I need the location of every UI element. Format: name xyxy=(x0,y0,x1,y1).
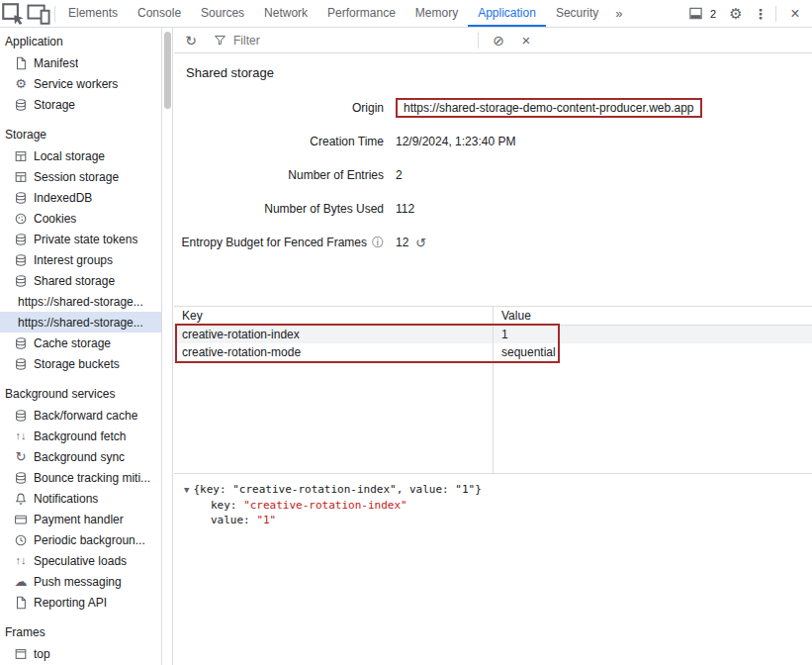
sidebar-scrollbar[interactable] xyxy=(161,28,173,665)
document-icon xyxy=(13,596,29,610)
object-property: key: "creative-rotation-index" xyxy=(184,498,812,513)
sidebar-item-notifications[interactable]: Notifications xyxy=(0,488,161,509)
field-entropy-budget: Entropy Budget for Fenced Frames ⓘ 12 ↺ xyxy=(174,226,812,259)
sidebar-item-service-workers[interactable]: ⚙ Service workers xyxy=(0,73,161,94)
sidebar-section-storage: Storage Local storage Session storage In… xyxy=(0,124,161,374)
tab-network[interactable]: Network xyxy=(254,0,317,27)
drawer-icon[interactable] xyxy=(686,1,706,27)
inspect-icon[interactable] xyxy=(0,1,26,27)
filter-icon xyxy=(212,34,227,47)
sidebar-item-background-fetch[interactable]: ↑↓ Background fetch xyxy=(0,426,161,446)
sidebar-item-local-storage[interactable]: Local storage xyxy=(0,145,161,166)
database-icon xyxy=(13,98,29,112)
shared-storage-table: Key Value creative-rotation-index 1 crea… xyxy=(174,306,812,473)
sidebar-item-manifest[interactable]: Manifest xyxy=(0,52,161,73)
object-property: value: "1" xyxy=(184,513,812,527)
refresh-icon[interactable]: ↻ xyxy=(180,30,202,51)
bell-icon xyxy=(13,492,29,506)
sidebar-item-cookies[interactable]: Cookies xyxy=(0,208,161,229)
divider xyxy=(775,6,776,22)
sidebar-item-shared-storage-origin-1[interactable]: https://shared-storage... xyxy=(0,291,161,312)
database-icon xyxy=(13,233,29,246)
cloud-icon: ☁ xyxy=(13,575,29,588)
tab-performance[interactable]: Performance xyxy=(317,0,406,27)
divider xyxy=(54,6,55,22)
devtools-tabbar: Elements Console Sources Network Perform… xyxy=(0,0,812,28)
field-number-of-entries: Number of Entries 2 xyxy=(174,158,812,192)
sidebar-item-interest-groups[interactable]: Interest groups xyxy=(0,249,161,270)
section-title: Frames xyxy=(0,621,161,643)
database-icon xyxy=(13,409,29,423)
sidebar-item-storage[interactable]: Storage xyxy=(0,94,161,115)
field-bytes-used: Number of Bytes Used 112 xyxy=(174,192,812,226)
cookie-icon xyxy=(13,212,29,226)
sidebar-section-application: Application Manifest ⚙ Service workers S… xyxy=(0,31,161,115)
column-header-value[interactable]: Value xyxy=(494,307,812,325)
sidebar-item-frame-top[interactable]: top xyxy=(0,643,161,664)
entries-count-value: 2 xyxy=(396,168,403,182)
page-title: Shared storage xyxy=(186,65,812,81)
disclosure-triangle-icon[interactable]: ▼ xyxy=(184,485,189,495)
tab-sources[interactable]: Sources xyxy=(191,0,254,27)
card-icon xyxy=(13,513,29,526)
sidebar-item-background-sync[interactable]: ↻ Background sync xyxy=(0,446,161,467)
tab-elements[interactable]: Elements xyxy=(58,0,128,27)
field-creation-time: Creation Time 12/9/2024, 1:23:40 PM xyxy=(174,125,812,158)
field-origin: Origin https://shared-storage-demo-conte… xyxy=(174,91,812,125)
application-sidebar: Application Manifest ⚙ Service workers S… xyxy=(0,28,161,665)
settings-icon[interactable]: ⚙ xyxy=(723,1,749,27)
panel-toolbar: ↻ ⊘ × xyxy=(174,28,812,53)
entry-preview-pane: ▼{key: "creative-rotation-index", value:… xyxy=(174,473,812,665)
up-down-arrows-icon: ↑↓ xyxy=(13,430,29,441)
tab-memory[interactable]: Memory xyxy=(406,0,468,27)
sidebar-item-shared-storage[interactable]: Shared storage xyxy=(0,270,161,291)
sidebar-item-payment-handler[interactable]: Payment handler xyxy=(0,509,161,529)
database-icon xyxy=(13,191,29,205)
more-tabs-button[interactable]: » xyxy=(608,0,629,27)
database-icon xyxy=(13,357,29,371)
sidebar-item-indexeddb[interactable]: IndexedDB xyxy=(0,187,161,208)
section-title: Background services xyxy=(0,383,161,405)
column-header-key[interactable]: Key xyxy=(174,307,494,325)
filter-field[interactable] xyxy=(208,34,469,48)
table-icon xyxy=(13,170,29,184)
device-toolbar-icon[interactable] xyxy=(26,1,51,27)
object-preview-summary[interactable]: ▼{key: "creative-rotation-index", value:… xyxy=(184,482,812,498)
tab-console[interactable]: Console xyxy=(128,0,191,27)
section-title: Application xyxy=(0,31,161,52)
origin-value: https://shared-storage-demo-content-prod… xyxy=(396,98,702,118)
sidebar-item-private-state-tokens[interactable]: Private state tokens xyxy=(0,229,161,249)
column-divider[interactable] xyxy=(493,307,494,473)
tab-security[interactable]: Security xyxy=(546,0,608,27)
database-icon xyxy=(13,274,29,288)
metadata-fields: Origin https://shared-storage-demo-conte… xyxy=(174,91,812,259)
block-icon[interactable]: ⊘ xyxy=(488,30,509,51)
close-icon[interactable]: × xyxy=(515,30,537,51)
sidebar-item-back-forward-cache[interactable]: Back/forward cache xyxy=(0,405,161,426)
table-icon xyxy=(13,149,29,163)
sidebar-item-reporting-api[interactable]: Reporting API xyxy=(0,592,161,613)
sidebar-section-frames: Frames top xyxy=(0,621,161,664)
sidebar-item-cache-storage[interactable]: Cache storage xyxy=(0,332,161,353)
tab-application[interactable]: Application xyxy=(468,0,546,27)
undo-icon[interactable]: ↺ xyxy=(415,236,426,250)
database-icon xyxy=(13,471,29,485)
clock-icon xyxy=(13,533,29,547)
scrollbar-thumb[interactable] xyxy=(164,32,171,109)
filter-input[interactable] xyxy=(233,34,469,48)
sidebar-item-periodic-background-sync[interactable]: Periodic backgroun... xyxy=(0,529,161,550)
sidebar-item-push-messaging[interactable]: ☁ Push messaging xyxy=(0,571,161,592)
divider xyxy=(478,33,479,48)
sidebar-item-storage-buckets[interactable]: Storage buckets xyxy=(0,353,161,374)
shared-storage-panel: ↻ ⊘ × Shared storage Origin https://shar… xyxy=(174,28,812,665)
database-icon xyxy=(13,253,29,267)
info-icon[interactable]: ⓘ xyxy=(372,235,384,251)
sidebar-item-bounce-tracking[interactable]: Bounce tracking miti... xyxy=(0,467,161,488)
close-icon[interactable]: × xyxy=(782,1,808,27)
sidebar-item-session-storage[interactable]: Session storage xyxy=(0,166,161,187)
creation-time-value: 12/9/2024, 1:23:40 PM xyxy=(396,135,515,148)
more-icon[interactable]: ⋮ xyxy=(752,1,769,27)
sidebar-item-speculative-loads[interactable]: ↑↓ Speculative loads xyxy=(0,550,161,571)
sidebar-item-shared-storage-origin-2[interactable]: https://shared-storage... xyxy=(0,312,161,332)
drawer-badge: 2 xyxy=(710,8,716,20)
